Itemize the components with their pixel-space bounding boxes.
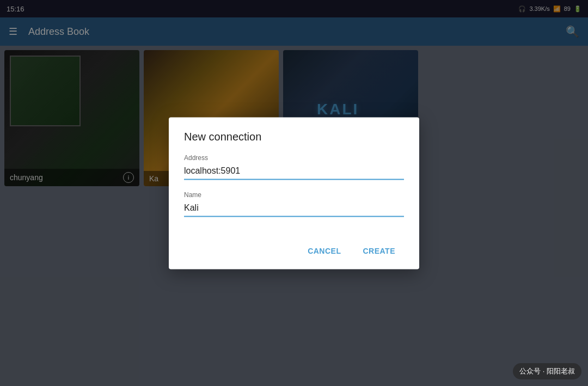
cancel-button[interactable]: CANCEL <box>299 241 350 260</box>
watermark-text: 公众号 · 阳阳老叔 <box>519 367 575 375</box>
address-label: Address <box>184 154 404 161</box>
name-input[interactable] <box>184 200 404 217</box>
create-button[interactable]: CREATE <box>354 241 404 260</box>
watermark: 公众号 · 阳阳老叔 <box>513 363 581 379</box>
address-input[interactable] <box>184 163 404 180</box>
new-connection-dialog: New connection Address Name CANCEL CREAT… <box>169 117 419 269</box>
name-label: Name <box>184 191 404 198</box>
dialog-actions: CANCEL CREATE <box>184 236 404 260</box>
dialog-title: New connection <box>184 130 404 143</box>
